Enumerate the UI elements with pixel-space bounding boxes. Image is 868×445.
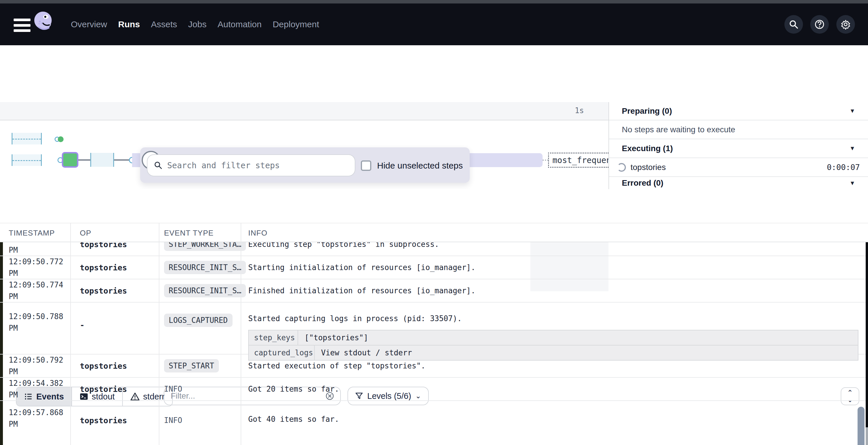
collapse-triangle-icon[interactable]: ▼	[849, 108, 855, 114]
nav-item-assets[interactable]: Assets	[151, 20, 177, 29]
table-row[interactable]: 12:09:50.7PM topstories STEP_WORKER_STA……	[0, 242, 866, 256]
event-type-plain: INFO	[164, 416, 182, 425]
search-icon	[789, 20, 799, 29]
log-toolbar: Events stdout stderr	[0, 189, 868, 223]
event-type-badge: LOGS_CAPTURED	[164, 314, 232, 327]
hide-unselected-label[interactable]: Hide unselected steps	[377, 161, 463, 171]
hamburger-menu-icon[interactable]	[13, 19, 30, 32]
gear-icon	[840, 19, 851, 30]
panel-section-executing[interactable]: Executing (1) ▼	[609, 139, 868, 158]
log-table-scrollbar[interactable]	[858, 407, 865, 445]
run-header-row: Runs / b7c80a12 Started 4 assets	[0, 45, 868, 71]
search-icon	[154, 161, 162, 170]
gantt-step-not-started-3[interactable]	[90, 153, 114, 167]
collapse-triangle-icon[interactable]: ▼	[849, 180, 855, 186]
gantt-time-tick: 1s	[575, 106, 584, 115]
gantt-dotted-connector	[542, 160, 548, 161]
table-row[interactable]: 12:09:54.382PM topstories INFO Got 20 it…	[0, 378, 866, 401]
log-table-header: TIMESTAMP OP EVENT TYPE INFO	[0, 223, 868, 242]
column-header-info: INFO	[248, 229, 267, 238]
gantt-step-not-started-2[interactable]	[11, 154, 42, 166]
table-row[interactable]: 12:09:57.868PM topstories INFO Got 40 it…	[0, 401, 866, 445]
dagster-logo-icon[interactable]	[32, 10, 55, 33]
help-icon	[814, 19, 825, 30]
nav-item-deployment[interactable]: Deployment	[273, 20, 319, 29]
panel-section-preparing[interactable]: Preparing (0) ▼	[609, 102, 868, 121]
search-button[interactable]	[784, 15, 803, 34]
event-type-badge: STEP_WORKER_STA…	[164, 242, 246, 251]
step-running-spinner-icon	[617, 163, 626, 172]
window-top-strip	[0, 0, 868, 3]
executing-step-name: topstories	[630, 163, 822, 172]
collapse-triangle-icon[interactable]: ▼	[849, 145, 855, 152]
event-type-badge: STEP_START	[164, 359, 219, 373]
table-row[interactable]: 12:09:50.772PM topstories RESOURCE_INIT_…	[0, 256, 866, 279]
nav-item-automation[interactable]: Automation	[217, 20, 261, 29]
run-toolbar: Hide not started steps ⌃ ⌄ Re-execute al…	[0, 70, 868, 103]
event-type-plain: INFO	[164, 385, 182, 393]
gantt-success-dot[interactable]	[58, 136, 64, 142]
dagster-run-page: Overview Runs Assets Jobs Automation Dep…	[0, 0, 868, 445]
step-search-input[interactable]	[167, 161, 348, 171]
hide-unselected-checkbox[interactable]	[361, 161, 371, 171]
executing-step-elapsed: 0:00:07	[827, 163, 860, 172]
panel-section-errored[interactable]: Errored (0) ▼	[609, 177, 868, 189]
hide-unselected-control: Hide unselected steps	[361, 161, 463, 171]
nav-item-jobs[interactable]: Jobs	[188, 20, 207, 29]
step-search-field	[147, 154, 355, 176]
column-header-timestamp: TIMESTAMP	[9, 229, 55, 238]
help-button[interactable]	[810, 15, 829, 34]
column-header-op: OP	[80, 229, 91, 238]
event-type-badge: RESOURCE_INIT_S…	[164, 261, 246, 274]
window-right-strip-bottom	[866, 427, 868, 445]
nav-item-runs[interactable]: Runs	[118, 20, 140, 29]
gantt-step-running-topstories[interactable]	[62, 152, 79, 168]
table-row[interactable]: 12:09:50.792PM topstories STEP_START Sta…	[0, 354, 866, 378]
panel-executing-step-row[interactable]: topstories 0:00:07	[609, 158, 868, 177]
table-row[interactable]: 12:09:50.788PM - LOGS_CAPTURED Started c…	[0, 303, 866, 354]
metadata-row: step_keys ["topstories"]	[249, 331, 858, 345]
nav-item-overview[interactable]: Overview	[71, 20, 107, 29]
table-row[interactable]: 12:09:50.774PM topstories RESOURCE_INIT_…	[0, 279, 866, 303]
event-type-badge: RESOURCE_INIT_S…	[164, 284, 246, 297]
top-navbar: Overview Runs Assets Jobs Automation Dep…	[0, 3, 868, 45]
gantt-step-label-most-frequent[interactable]: most_frequent	[548, 152, 609, 168]
settings-button[interactable]	[836, 15, 855, 34]
log-table-viewport[interactable]: 12:09:50.7PM topstories STEP_WORKER_STA……	[0, 242, 866, 445]
panel-preparing-empty: No steps are waiting to execute	[609, 121, 868, 139]
column-header-event-type: EVENT TYPE	[164, 229, 214, 238]
primary-nav: Overview Runs Assets Jobs Automation Dep…	[71, 3, 319, 45]
gantt-step-not-started-1[interactable]	[11, 133, 42, 144]
gantt-time-axis	[0, 102, 609, 121]
